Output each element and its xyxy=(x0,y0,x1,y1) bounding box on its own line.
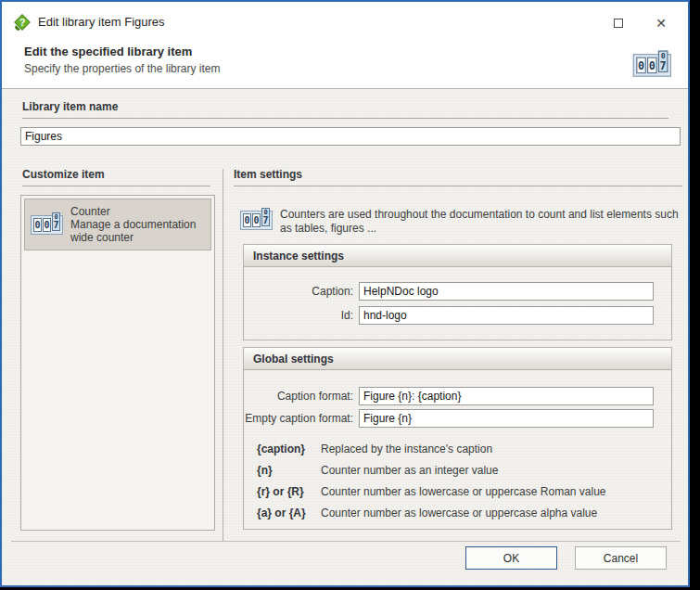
id-label: Id: xyxy=(244,309,359,322)
list-item-description: Manage a documentation wide counter xyxy=(70,218,205,244)
library-item-name-section-label: Library item name xyxy=(22,100,668,119)
title-bar: ? Edit library item Figures ✕ xyxy=(2,2,688,41)
counter-rolling-digit: 0 7 xyxy=(261,208,270,226)
counter-icon: 0 0 0 7 xyxy=(240,211,273,230)
counter-rolling-digit: 0 7 xyxy=(52,212,60,231)
counter-digit: 0 xyxy=(647,58,657,74)
legend-description: Counter number as lowercase or uppercase… xyxy=(321,485,606,498)
dialog-body: Library item name Customize item Item se… xyxy=(2,90,688,585)
window-title: Edit library item Figures xyxy=(38,15,165,29)
counter-intro-text: Counters are used throughout the documen… xyxy=(280,208,681,236)
customize-item-section-label: Customize item xyxy=(22,168,210,186)
dialog-title: Edit the specified library item xyxy=(24,45,192,58)
instance-settings-group: Instance settings Caption: Id: xyxy=(243,244,672,340)
id-input[interactable] xyxy=(359,306,654,325)
instance-settings-header: Instance settings xyxy=(244,245,671,267)
legend-description: Counter number as lowercase or uppercase… xyxy=(321,507,606,519)
token-legend: {caption} Replaced by the instance's cap… xyxy=(257,442,606,519)
counter-rolling-digit: 0 7 xyxy=(658,50,668,72)
counter-intro: 0 0 0 7 Counters are used throughout the… xyxy=(240,208,681,236)
library-item-name-input[interactable] xyxy=(20,127,681,146)
footer-separator xyxy=(11,541,681,542)
panel-divider xyxy=(223,169,223,541)
cancel-button[interactable]: Cancel xyxy=(575,546,667,570)
counter-digit: 0 xyxy=(636,58,646,74)
dialog-subtitle: Specify the properties of the library it… xyxy=(24,62,220,75)
counter-icon: 0 0 0 7 xyxy=(31,215,63,235)
ok-button[interactable]: OK xyxy=(465,546,557,570)
edit-library-item-dialog: ? Edit library item Figures ✕ Edit the s… xyxy=(0,0,690,587)
global-settings-header: Global settings xyxy=(244,348,671,370)
maximize-button[interactable] xyxy=(605,12,632,34)
legend-token: {a} or {A} xyxy=(257,507,321,519)
legend-description: Counter number as an integer value xyxy=(321,464,606,477)
caption-format-input[interactable] xyxy=(359,387,654,405)
dialog-header-zone: ? Edit library item Figures ✕ Edit the s… xyxy=(2,2,688,89)
legend-token: {r} or {R} xyxy=(257,485,321,498)
maximize-icon xyxy=(614,19,623,28)
caption-input[interactable] xyxy=(359,282,654,301)
empty-caption-format-input[interactable] xyxy=(359,409,654,428)
list-item-title: Counter xyxy=(70,205,205,218)
global-settings-group: Global settings Caption format: Empty ca… xyxy=(243,347,672,530)
legend-token: {n} xyxy=(257,464,321,477)
helpndoc-logo-icon: ? xyxy=(13,13,32,32)
item-type-listbox[interactable]: 0 0 0 7 Counter Manage a documentation w… xyxy=(20,195,215,531)
empty-caption-format-label: Empty caption format: xyxy=(244,412,359,425)
caption-format-label: Caption format: xyxy=(244,390,359,403)
legend-token: {caption} xyxy=(257,442,321,455)
close-button[interactable]: ✕ xyxy=(647,12,675,34)
legend-description: Replaced by the instance's caption xyxy=(321,442,606,455)
list-item-counter[interactable]: 0 0 0 7 Counter Manage a documentation w… xyxy=(24,199,211,250)
caption-label: Caption: xyxy=(244,285,359,298)
item-settings-section-label: Item settings xyxy=(234,168,682,186)
counter-icon: 0 0 0 7 xyxy=(633,54,671,77)
svg-text:?: ? xyxy=(19,17,26,28)
